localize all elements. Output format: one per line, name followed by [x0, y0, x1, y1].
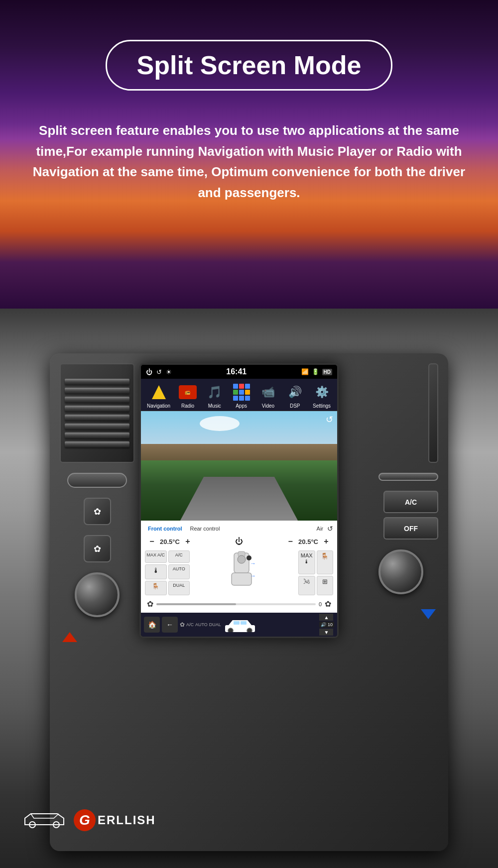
vent-slat: [65, 441, 129, 447]
vent-left-top: [60, 363, 134, 463]
svg-point-10: [247, 628, 252, 632]
hero-title-box: Split Screen Mode: [106, 40, 393, 91]
climate-seat-diagram: → →: [193, 550, 295, 595]
rear-temp-increase[interactable]: +: [321, 537, 331, 546]
fan-speed-slider[interactable]: [156, 603, 316, 605]
climate-buttons-area: MAX A/C A/C 🌡 AUTO 🪑 DUAL: [145, 550, 333, 595]
svg-point-3: [238, 555, 246, 563]
heat-icon-btn[interactable]: 🌡: [145, 564, 167, 580]
right-knob[interactable]: [378, 549, 423, 594]
seat-heat-right[interactable]: 🪑: [317, 550, 334, 574]
dsp-label: DSP: [290, 403, 300, 409]
max-ac-button[interactable]: MAX A/C: [145, 550, 167, 563]
video-refresh-button[interactable]: ↺: [326, 414, 333, 425]
svg-point-9: [228, 628, 233, 632]
vent-right-top: [428, 363, 438, 463]
music-note-icon: 🎵: [207, 385, 222, 399]
status-left-icons: ⏻ ↺ ☀: [146, 368, 172, 376]
fan-fast-icon: ✿: [325, 599, 331, 609]
rear-temp-value: 20.5°C: [298, 538, 318, 545]
apps-grid-cell: [233, 390, 238, 395]
music-app-icon[interactable]: 🎵 Music: [205, 383, 224, 409]
right-scroll-bar[interactable]: [378, 473, 438, 481]
vent-slat: [65, 406, 129, 412]
hero-description: Split screen feature enables you to use …: [0, 101, 498, 223]
svg-rect-1: [232, 573, 251, 585]
apps-grid-cell: [239, 396, 244, 401]
apps-grid-cell: [233, 384, 238, 389]
seat-heat-btn[interactable]: 🪑: [145, 581, 167, 595]
climate-back-button[interactable]: ↺: [327, 525, 333, 533]
vent-slat: [65, 415, 129, 421]
fan-button-2[interactable]: ✿: [84, 535, 111, 562]
front-temp-value: 20.5°C: [160, 538, 180, 545]
wifi-icon: 📶: [301, 368, 309, 375]
air-label: Air: [317, 526, 323, 532]
right-button-row: A/C OFF: [383, 491, 438, 540]
rear-control-tab[interactable]: Rear control: [187, 525, 223, 533]
bottom-dual-text: DUAL: [209, 622, 221, 627]
music-icon-container: 🎵: [205, 383, 224, 402]
radio-icon-container: 📻: [178, 383, 197, 402]
svg-rect-12: [241, 621, 247, 625]
settings-label: Settings: [313, 403, 331, 409]
video-app-icon[interactable]: 📹 Video: [258, 383, 277, 409]
hero-title: Split Screen Mode: [137, 50, 362, 80]
dash-right-panel: A/C OFF: [364, 363, 438, 841]
svg-rect-11: [234, 621, 240, 625]
left-long-button[interactable]: [67, 473, 127, 488]
apps-grid-cell: [233, 396, 238, 401]
settings-app-icon[interactable]: ⚙️ Settings: [312, 383, 331, 409]
volume-up-button[interactable]: ▲: [319, 614, 333, 621]
music-label: Music: [208, 403, 221, 409]
ac-button[interactable]: A/C: [168, 550, 190, 563]
nav-label: Navigation: [147, 403, 170, 409]
climate-power-button[interactable]: ⏻: [235, 537, 243, 546]
logo-brand-text: ERLLISH: [98, 813, 156, 827]
hero-section: Split Screen Mode Split screen feature e…: [0, 0, 498, 309]
volume-down-button[interactable]: ▼: [319, 629, 333, 636]
left-knob[interactable]: [75, 572, 120, 617]
back-nav-button[interactable]: ←: [162, 617, 178, 633]
bottom-nav-right: ▲ 🔊 10 ▼: [319, 614, 334, 636]
svg-point-6: [247, 555, 251, 560]
video-label: Video: [262, 403, 274, 409]
dual-button[interactable]: DUAL: [168, 581, 190, 595]
svg-text:→: →: [250, 560, 256, 567]
rear-temp-control: − 20.5°C +: [285, 537, 331, 546]
logo-car-outline: [20, 811, 70, 828]
radio-app-icon[interactable]: 📻 Radio: [178, 383, 197, 409]
apps-grid-cell: [245, 396, 250, 401]
power-icon: ⏻: [146, 368, 152, 376]
fan-button-1[interactable]: ✿: [84, 498, 111, 525]
vent-slat: [65, 379, 129, 385]
front-temp-decrease[interactable]: −: [147, 537, 157, 546]
nav-app-icon[interactable]: Navigation: [147, 383, 170, 409]
dsp-app-icon[interactable]: 🔊 DSP: [285, 383, 304, 409]
apps-app-icon[interactable]: Apps: [232, 383, 251, 409]
fan-slow-icon: ✿: [147, 599, 153, 609]
logo-g-icon: G: [74, 809, 96, 831]
rear-heat-button[interactable]: ⊞: [317, 576, 334, 595]
apps-grid-cell: [245, 384, 250, 389]
battery-icon: 🔋: [312, 368, 319, 375]
app-icons-row: Navigation 📻 Radio 🎵 Mus: [141, 379, 337, 411]
status-right-icons: 📶 🔋 HD: [301, 368, 332, 375]
off-panel-button[interactable]: OFF: [383, 517, 438, 540]
bottom-auto-text: AUTO: [195, 622, 208, 627]
home-button[interactable]: 🏠: [144, 617, 160, 633]
settings-icon-container: ⚙️: [312, 383, 331, 402]
max-heat-button[interactable]: MAX🌡: [298, 550, 315, 574]
apps-grid-cell: [245, 390, 250, 395]
dsp-icon: 🔊: [288, 386, 302, 399]
ac-panel-button[interactable]: A/C: [383, 491, 438, 513]
rear-temp-decrease[interactable]: −: [285, 537, 295, 546]
svg-text:→: →: [250, 572, 256, 579]
settings-gear-icon: ⚙️: [315, 386, 329, 399]
defrost-button[interactable]: 🌬: [298, 576, 315, 595]
auto-button[interactable]: AUTO: [168, 564, 190, 580]
apps-icon-container: [232, 383, 251, 402]
front-temp-increase[interactable]: +: [183, 537, 193, 546]
volume-icon: 🔊: [321, 622, 326, 627]
front-control-tab[interactable]: Front control: [145, 525, 185, 533]
